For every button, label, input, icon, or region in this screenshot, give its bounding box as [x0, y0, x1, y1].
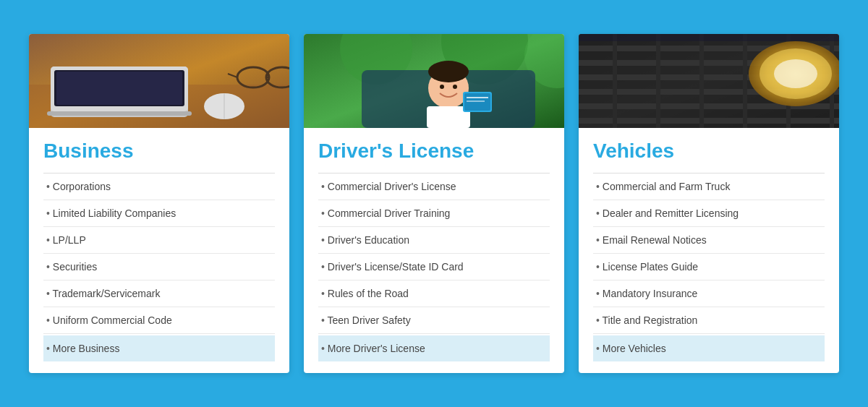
svg-rect-45	[579, 34, 839, 41]
card-drivers-license-image	[304, 34, 564, 128]
card-vehicles-image	[579, 34, 839, 128]
card-business-title[interactable]: Business	[43, 140, 275, 163]
card-vehicles-list: Commercial and Farm TruckDealer and Remi…	[593, 173, 825, 361]
svg-point-44	[774, 59, 817, 88]
card-drivers-license: Driver's LicenseCommercial Driver's Lice…	[304, 34, 564, 373]
list-item[interactable]: Driver's License/State ID Card	[318, 254, 550, 280]
list-item[interactable]: Teen Driver Safety	[318, 307, 550, 334]
card-business-content: BusinessCorporationsLimited Liability Co…	[29, 128, 289, 373]
card-business-image	[29, 34, 289, 128]
list-item[interactable]: Rules of the Road	[318, 280, 550, 307]
card-drivers-license-title[interactable]: Driver's License	[318, 140, 550, 163]
list-item[interactable]: Uniform Commercial Code	[43, 307, 275, 334]
svg-rect-5	[56, 72, 182, 105]
card-vehicles-content: VehiclesCommercial and Farm TruckDealer …	[579, 128, 839, 373]
card-vehicles-title[interactable]: Vehicles	[593, 140, 825, 163]
list-item[interactable]: Commercial Driver's License	[318, 173, 550, 200]
card-drivers-license-content: Driver's LicenseCommercial Driver's Lice…	[304, 128, 564, 373]
list-item[interactable]: Commercial and Farm Truck	[593, 173, 825, 200]
list-item[interactable]: Securities	[43, 254, 275, 280]
list-item[interactable]: Title and Registration	[593, 307, 825, 334]
list-item[interactable]: LP/LLP	[43, 227, 275, 254]
list-item[interactable]: Email Renewal Notices	[593, 227, 825, 254]
list-item[interactable]: Dealer and Remitter Licensing	[593, 200, 825, 227]
list-item[interactable]: Driver's Education	[318, 227, 550, 254]
card-business: BusinessCorporationsLimited Liability Co…	[29, 34, 289, 373]
card-business-more[interactable]: More Business	[43, 335, 275, 361]
svg-rect-6	[47, 111, 192, 116]
svg-rect-25	[464, 93, 490, 111]
list-item[interactable]: License Plates Guide	[593, 254, 825, 280]
list-item[interactable]: Limited Liability Companies	[43, 200, 275, 227]
card-vehicles: VehiclesCommercial and Farm TruckDealer …	[579, 34, 839, 373]
card-drivers-license-list: Commercial Driver's LicenseCommercial Dr…	[318, 173, 550, 361]
list-item[interactable]: Corporations	[43, 173, 275, 200]
card-drivers-license-more[interactable]: More Driver's License	[318, 335, 550, 361]
svg-point-22	[440, 85, 444, 89]
svg-point-20	[428, 61, 469, 82]
list-item[interactable]: Mandatory Insurance	[593, 280, 825, 307]
list-item[interactable]: Trademark/Servicemark	[43, 280, 275, 307]
card-business-list: CorporationsLimited Liability CompaniesL…	[43, 173, 275, 361]
svg-point-23	[453, 85, 457, 89]
cards-container: BusinessCorporationsLimited Liability Co…	[14, 34, 854, 373]
card-vehicles-more[interactable]: More Vehicles	[593, 335, 825, 361]
list-item[interactable]: Commercial Driver Training	[318, 200, 550, 227]
